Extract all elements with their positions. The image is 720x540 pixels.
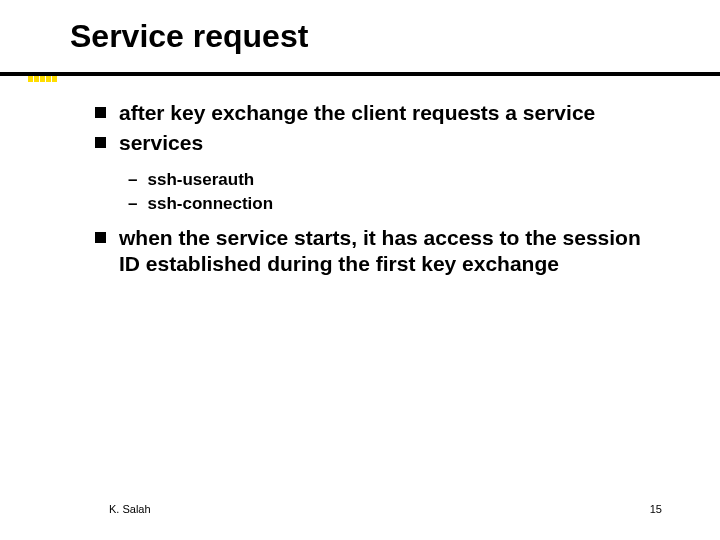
sub-bullet-item: – ssh-userauth <box>128 169 665 191</box>
bullet-text: services <box>119 130 203 156</box>
footer-page-number: 15 <box>650 503 662 515</box>
sub-bullet-item: – ssh-connection <box>128 193 665 215</box>
accent-squares <box>28 76 57 82</box>
bullet-square-icon <box>95 232 106 243</box>
bullet-item: when the service starts, it has access t… <box>95 225 665 278</box>
bullet-square-icon <box>95 137 106 148</box>
bullet-text: after key exchange the client requests a… <box>119 100 595 126</box>
bullet-square-icon <box>95 107 106 118</box>
sub-bullet-text: ssh-userauth <box>147 169 254 191</box>
bullet-item: after key exchange the client requests a… <box>95 100 665 126</box>
bullet-text: when the service starts, it has access t… <box>119 225 665 278</box>
title-underline <box>0 72 720 76</box>
footer-author: K. Salah <box>109 503 151 515</box>
slide: Service request after key exchange the c… <box>0 0 720 540</box>
slide-title: Service request <box>70 18 308 55</box>
dash-icon: – <box>128 193 137 215</box>
sub-bullet-text: ssh-connection <box>147 193 273 215</box>
content-area: after key exchange the client requests a… <box>95 100 665 281</box>
bullet-item: services <box>95 130 665 156</box>
dash-icon: – <box>128 169 137 191</box>
